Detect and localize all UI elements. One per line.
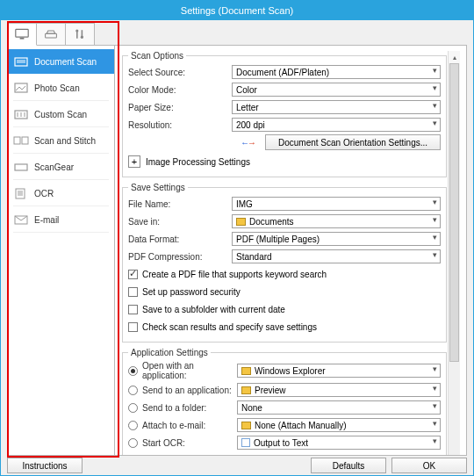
checkbox-password[interactable]	[128, 287, 138, 297]
radio-send-app[interactable]	[128, 386, 138, 395]
text-file-icon	[241, 438, 250, 447]
color-mode-label: Color Mode:	[128, 85, 232, 95]
tab-scan-from-pc[interactable]	[7, 23, 37, 46]
svg-point-6	[81, 36, 83, 39]
app-settings-legend: Application Settings	[128, 348, 211, 357]
photo-scan-icon	[13, 82, 29, 94]
save-in-label: Save in:	[128, 217, 232, 227]
send-folder-combo[interactable]: None	[237, 400, 441, 415]
resolution-label: Resolution:	[128, 120, 232, 130]
radio-open-app[interactable]	[128, 366, 138, 376]
radio-start-ocr[interactable]	[128, 438, 138, 448]
checkbox-password-label: Set up password security	[142, 287, 241, 297]
save-settings-legend: Save Settings	[128, 183, 188, 192]
file-name-label: File Name:	[128, 199, 232, 209]
monitor-icon	[15, 28, 29, 40]
ok-button[interactable]: OK	[391, 458, 467, 473]
sidebar-item-scan-and-stitch[interactable]: Scan and Stitch	[8, 128, 114, 153]
sidebar-label: Custom Scan	[34, 110, 87, 119]
open-app-combo[interactable]: Windows Explorer	[237, 364, 441, 378]
file-name-input[interactable]: IMG	[232, 197, 441, 211]
svg-rect-2	[46, 33, 57, 38]
sidebar-item-email[interactable]: E-mail	[8, 207, 114, 232]
sidebar-label: Document Scan	[34, 57, 97, 67]
color-mode-combo[interactable]: Color	[232, 83, 441, 97]
scangear-icon	[13, 161, 29, 173]
scroll-thumb[interactable]	[449, 63, 459, 362]
svg-rect-16	[22, 137, 28, 144]
image-processing-label: Image Processing Settings	[146, 157, 250, 167]
sidebar: Document Scan Photo Scan Custom Scan Sca…	[8, 46, 115, 455]
sidebar-label: Scan and Stitch	[34, 136, 96, 146]
start-ocr-label: Start OCR:	[142, 438, 237, 448]
tab-scan-from-panel[interactable]	[36, 23, 66, 46]
tools-icon	[73, 28, 87, 40]
footer: Instructions Defaults OK	[1, 458, 473, 473]
folder-icon	[241, 422, 251, 429]
sidebar-label: Photo Scan	[34, 83, 80, 93]
pdf-compression-combo[interactable]: Standard	[232, 249, 441, 263]
paper-size-combo[interactable]: Letter	[232, 100, 441, 114]
scan-options-legend: Scan Options	[128, 51, 186, 61]
instructions-button[interactable]: Instructions	[7, 458, 83, 473]
checkbox-subfolder-label: Save to a subfolder with current date	[142, 305, 285, 314]
checkbox-keyword-search[interactable]	[128, 270, 138, 279]
save-settings-group: Save Settings File Name:IMG Save in:Docu…	[122, 183, 447, 343]
svg-rect-10	[15, 83, 27, 92]
open-app-label: Open with an application:	[142, 361, 237, 380]
svg-rect-0	[16, 29, 28, 37]
svg-point-4	[75, 29, 78, 32]
data-format-label: Data Format:	[128, 234, 232, 244]
data-format-combo[interactable]: PDF (Multiple Pages)	[232, 232, 441, 246]
save-in-combo[interactable]: Documents	[232, 214, 441, 228]
scroll-up-button[interactable]: ▴	[449, 51, 460, 63]
scan-options-group: Scan Options Select Source:Document (ADF…	[122, 51, 447, 177]
folder-icon	[241, 367, 251, 375]
top-tabs	[7, 23, 94, 46]
radio-send-folder[interactable]	[128, 403, 138, 413]
select-source-label: Select Source:	[128, 68, 232, 77]
checkbox-check-results[interactable]	[128, 322, 138, 332]
checkbox-subfolder-date[interactable]	[128, 305, 138, 314]
sidebar-label: OCR	[34, 189, 54, 198]
send-app-combo[interactable]: Preview	[237, 383, 441, 397]
main-panel: Document Scan Photo Scan Custom Scan Sca…	[7, 45, 467, 456]
email-icon	[13, 213, 29, 226]
ocr-icon	[13, 187, 29, 199]
sidebar-item-ocr[interactable]: OCR	[8, 181, 114, 206]
folder-icon	[241, 386, 251, 394]
attach-email-label: Attach to e-mail:	[142, 421, 237, 430]
vertical-scrollbar[interactable]: ▴ ▾	[448, 51, 460, 455]
send-app-label: Send to an application:	[142, 386, 237, 395]
sidebar-item-scangear[interactable]: ScanGear	[8, 155, 114, 179]
stitch-icon	[13, 134, 29, 147]
svg-rect-17	[15, 164, 27, 170]
scroll-track[interactable]	[449, 63, 460, 455]
sidebar-item-photo-scan[interactable]: Photo Scan	[8, 76, 114, 100]
content-area: Scan Options Select Source:Document (ADF…	[115, 46, 466, 455]
start-ocr-combo[interactable]: Output to Text	[237, 436, 441, 450]
resolution-combo[interactable]: 200 dpi	[232, 118, 441, 132]
attach-email-combo[interactable]: None (Attach Manually)	[237, 418, 441, 432]
checkbox-check-results-label: Check scan results and specify save sett…	[142, 322, 317, 332]
tab-general-settings[interactable]	[65, 23, 95, 46]
custom-scan-icon	[13, 108, 29, 120]
orientation-settings-button[interactable]: Document Scan Orientation Settings...	[265, 134, 441, 150]
document-scan-icon	[13, 55, 29, 68]
sidebar-label: E-mail	[34, 215, 59, 225]
sidebar-item-custom-scan[interactable]: Custom Scan	[8, 102, 114, 126]
image-processing-expand[interactable]: +	[128, 155, 140, 168]
sidebar-item-document-scan[interactable]: Document Scan	[8, 49, 114, 74]
defaults-button[interactable]: Defaults	[311, 458, 386, 473]
select-source-combo[interactable]: Document (ADF/Platen)	[232, 65, 441, 79]
application-settings-group: Application Settings Open with an applic…	[122, 348, 447, 455]
pdf-compression-label: PDF Compression:	[128, 252, 232, 262]
paper-size-label: Paper Size:	[128, 103, 232, 112]
svg-rect-15	[14, 137, 20, 144]
swap-arrows-icon[interactable]: ←→	[241, 134, 256, 150]
client-area: Document Scan Photo Scan Custom Scan Sca…	[1, 20, 473, 475]
radio-attach-email[interactable]	[128, 421, 138, 430]
window-title: Settings (Document Scan)	[181, 5, 293, 16]
svg-rect-1	[20, 38, 25, 40]
scanner-icon	[44, 28, 58, 40]
